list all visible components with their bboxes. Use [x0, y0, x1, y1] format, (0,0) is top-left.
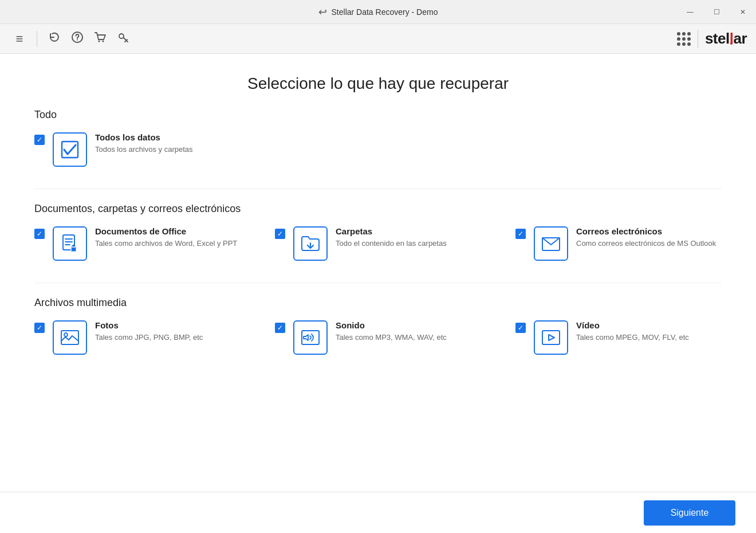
office-text: Documentos de Office Tales como archivos… — [95, 226, 241, 249]
folder-icon — [300, 233, 321, 254]
svg-rect-15 — [302, 331, 319, 344]
office-desc: Tales como archivos de Word, Excel y PPT — [95, 238, 241, 249]
correos-title: Correos electrónicos — [576, 226, 722, 236]
toolbar-divider-brand — [698, 30, 698, 48]
divider-1 — [34, 189, 722, 189]
brand-text-1: stel — [705, 30, 730, 47]
title-bar: ↩ Stellar Data Recovery - Demo — ☐ ✕ — [0, 0, 756, 24]
item-carpetas: ✓ Carpetas Todo el contenido en las carp… — [275, 226, 481, 261]
todos-datos-title: Todos los datos — [95, 132, 229, 142]
brand-text-2: ar — [733, 30, 747, 47]
correos-text: Correos electrónicos Como correos electr… — [576, 226, 722, 249]
app-icon: ↩ — [318, 6, 327, 18]
carpetas-icon-box — [293, 226, 328, 261]
correos-check-icon: ✓ — [518, 230, 523, 237]
todos-datos-desc: Todos los archivos y carpetas — [95, 144, 229, 155]
svg-rect-16 — [542, 331, 560, 344]
brand-logo: stellar — [705, 30, 747, 48]
item-correos: ✓ Correos electrónicos Como correos elec… — [515, 226, 722, 261]
office-title: Documentos de Office — [95, 226, 241, 236]
window-controls: — ☐ ✕ — [677, 0, 756, 24]
photo-icon — [60, 327, 80, 348]
toolbar-right: stellar — [677, 30, 747, 48]
carpetas-text: Carpetas Todo el contenido en las carpet… — [336, 226, 481, 249]
item-video: ✓ Vídeo Tales como MPEG, MOV, FLV, etc — [515, 320, 722, 355]
key-button[interactable] — [113, 29, 133, 49]
correos-icon-box — [534, 226, 568, 261]
item-todos-datos: ✓ Todos los datos Todos los archivos y c… — [34, 132, 229, 167]
section-todo-title: Todo — [34, 109, 722, 121]
bottom-bar: Siguiente — [0, 492, 756, 533]
checkbox-todos-datos[interactable]: ✓ — [34, 135, 45, 145]
sonido-text: Sonido Tales como MP3, WMA, WAV, etc — [336, 320, 481, 343]
svg-marker-17 — [549, 335, 554, 340]
section-todo: Todo ✓ Todos los datos Todos los a — [0, 109, 756, 184]
carpetas-title: Carpetas — [336, 226, 481, 236]
help-icon — [71, 31, 84, 46]
svg-point-2 — [99, 41, 100, 42]
checkbox-correos-area: ✓ — [515, 226, 526, 239]
svg-point-1 — [77, 40, 78, 41]
checkbox-fotos[interactable]: ✓ — [34, 323, 45, 333]
item-fotos: ✓ Fotos Tales como JPG, PNG, BMP, etc — [34, 320, 241, 355]
minimize-button[interactable]: — — [677, 0, 703, 24]
main-content: Seleccione lo que hay que recuperar Todo… — [0, 54, 756, 533]
video-text: Vídeo Tales como MPEG, MOV, FLV, etc — [576, 320, 722, 343]
menu-button[interactable]: ≡ — [9, 29, 30, 49]
todos-datos-text: Todos los datos Todos los archivos y car… — [95, 132, 229, 155]
brand-accent: l — [730, 30, 734, 47]
checkbox-correos[interactable]: ✓ — [515, 229, 526, 239]
divider-2 — [34, 283, 722, 283]
video-check-icon: ✓ — [518, 324, 523, 331]
fotos-desc: Tales como JPG, PNG, BMP, etc — [95, 332, 241, 343]
sonido-desc: Tales como MP3, WMA, WAV, etc — [336, 332, 481, 343]
carpetas-desc: Todo el contenido en las carpetas — [336, 238, 481, 249]
video-icon-box — [534, 320, 568, 355]
sonido-title: Sonido — [336, 320, 481, 330]
apps-icon[interactable] — [677, 32, 691, 46]
checkmark-icon: ✓ — [37, 136, 42, 143]
maximize-button[interactable]: ☐ — [703, 0, 730, 24]
checkbox-fotos-area: ✓ — [34, 320, 45, 333]
next-button[interactable]: Siguiente — [644, 500, 735, 526]
checkbox-todos-datos-area: ✓ — [34, 132, 45, 145]
item-office: ✓ Documentos de Office — [34, 226, 241, 261]
section-multimedia-title: Archivos multimedia — [34, 297, 722, 309]
documentos-items-row: ✓ Documentos de Office — [34, 226, 722, 261]
office-icon-box — [53, 226, 87, 261]
toolbar: ≡ — [0, 24, 756, 54]
svg-rect-13 — [61, 331, 78, 344]
fotos-title: Fotos — [95, 320, 241, 330]
cart-icon — [94, 31, 107, 46]
svg-point-14 — [64, 333, 68, 336]
todos-datos-icon-box — [53, 132, 87, 167]
carpetas-check-icon: ✓ — [277, 230, 283, 237]
checkbox-carpetas[interactable]: ✓ — [275, 229, 285, 239]
email-icon — [541, 233, 561, 254]
checkbox-office-area: ✓ — [34, 226, 45, 239]
checkbox-sonido[interactable]: ✓ — [275, 323, 285, 333]
close-button[interactable]: ✕ — [730, 0, 756, 24]
key-icon — [117, 31, 129, 46]
sonido-icon-box — [293, 320, 328, 355]
checkmark-box-icon — [60, 139, 80, 160]
section-multimedia: Archivos multimedia ✓ Fotos — [0, 297, 756, 372]
sonido-check-icon: ✓ — [277, 324, 283, 331]
restore-button[interactable] — [44, 29, 65, 49]
cart-button[interactable] — [90, 29, 111, 49]
toolbar-separator-1 — [37, 31, 37, 47]
item-sonido: ✓ Sonido Tales como MP3, WMA, WAV, etc — [275, 320, 481, 355]
video-icon — [541, 327, 561, 348]
section-documentos-title: Documentos, carpetas y correos electróni… — [34, 203, 722, 215]
svg-point-3 — [103, 41, 104, 42]
fotos-text: Fotos Tales como JPG, PNG, BMP, etc — [95, 320, 241, 343]
checkbox-office[interactable]: ✓ — [34, 229, 45, 239]
help-button[interactable] — [67, 29, 88, 49]
video-title: Vídeo — [576, 320, 722, 330]
checkbox-video[interactable]: ✓ — [515, 323, 526, 333]
office-check-icon: ✓ — [37, 230, 42, 237]
restore-icon — [48, 31, 61, 46]
page-title: Seleccione lo que hay que recuperar — [0, 54, 756, 109]
fotos-icon-box — [53, 320, 87, 355]
checkbox-carpetas-area: ✓ — [275, 226, 285, 239]
